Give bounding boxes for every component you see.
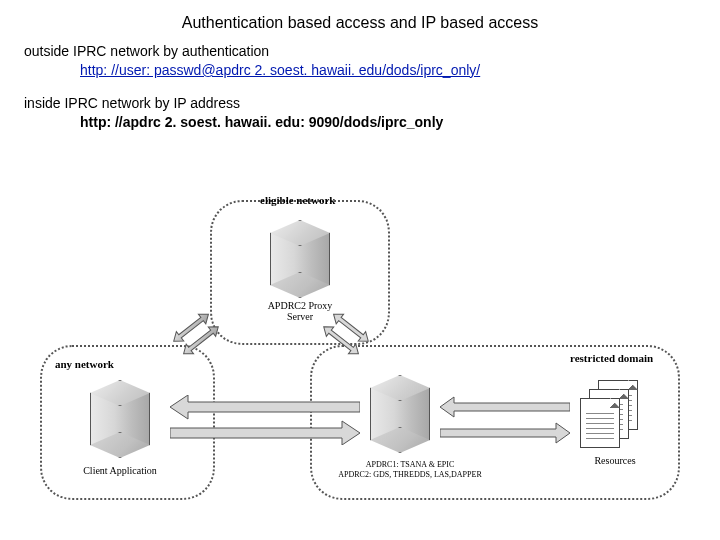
svg-marker-4 bbox=[170, 395, 360, 419]
svg-marker-6 bbox=[440, 397, 570, 417]
page-title: Authentication based access and IP based… bbox=[0, 0, 720, 42]
svg-marker-2 bbox=[330, 310, 372, 346]
arrow-apdrc-resources bbox=[440, 395, 570, 445]
any-network-label: any network bbox=[55, 358, 114, 370]
resources-label: Resources bbox=[580, 455, 650, 466]
apdrc-server-label-2: APDRC2: GDS, THREDDS, LAS,DAPPER bbox=[320, 470, 500, 479]
resources-node bbox=[580, 380, 650, 450]
inside-url: http: //apdrc 2. soest. hawaii. edu: 909… bbox=[24, 114, 443, 130]
outside-url-link[interactable]: http: //user: passwd@apdrc 2. soest. haw… bbox=[80, 62, 480, 78]
arrow-proxy-apdrc bbox=[320, 310, 372, 358]
client-label: Client Application bbox=[60, 465, 180, 476]
svg-marker-7 bbox=[440, 423, 570, 443]
proxy-server-node bbox=[270, 220, 330, 298]
outside-text: outside IPRC network by authentication bbox=[24, 43, 269, 59]
apdrc-server-node bbox=[370, 375, 430, 453]
arrow-client-apdrc bbox=[170, 395, 360, 445]
arrow-client-proxy-left bbox=[170, 310, 222, 358]
inside-block: inside IPRC network by IP address http: … bbox=[0, 94, 720, 132]
inside-text: inside IPRC network by IP address bbox=[24, 95, 240, 111]
svg-marker-0 bbox=[170, 310, 212, 346]
client-node bbox=[90, 380, 150, 458]
apdrc-server-label-1: APDRC1: TSANA & EPIC bbox=[330, 460, 490, 469]
restricted-domain-label: restricted domain bbox=[570, 352, 653, 364]
outside-block: outside IPRC network by authentication h… bbox=[0, 42, 720, 80]
architecture-diagram: eligible network APDRC2 Proxy Server any… bbox=[40, 200, 690, 520]
eligible-network-label: eligible network bbox=[260, 194, 335, 206]
svg-marker-1 bbox=[180, 322, 222, 358]
svg-marker-3 bbox=[320, 322, 362, 358]
svg-marker-5 bbox=[170, 421, 360, 445]
